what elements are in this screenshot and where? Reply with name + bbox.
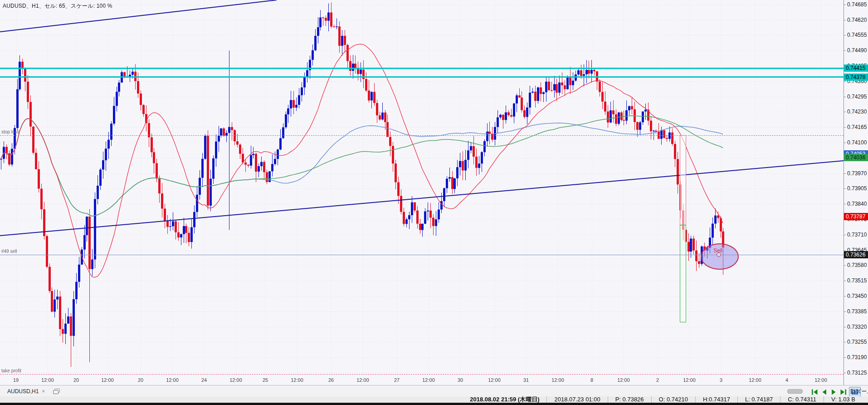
time-tick-label: 3: [720, 377, 722, 383]
price-tick-label: 0.73580: [847, 262, 867, 268]
time-tick-label: 12:00: [683, 377, 696, 383]
price-tick-mark: [844, 265, 846, 266]
time-tick-label: 8: [590, 377, 593, 383]
status-segment: 2018.07.23 01:00: [546, 396, 607, 403]
price-tick-label: 0.74490: [847, 47, 867, 54]
stop-loss-line[interactable]: [0, 135, 844, 136]
price-tick-mark: [844, 311, 846, 312]
time-tick-label: 12:00: [617, 377, 630, 383]
price-tick-label: 0.73840: [847, 201, 867, 207]
price-tick-mark: [844, 50, 846, 51]
auto-zoom-label: 自動ズーム: [850, 387, 868, 395]
tab-audusd-h1[interactable]: AUDUSD,H1 ×: [4, 385, 64, 397]
time-tick-label: 12:00: [166, 377, 179, 383]
price-tick-mark: [844, 204, 846, 204]
price-tick-mark: [844, 97, 846, 97]
price-tick-mark: [844, 5, 846, 5]
price-tick-mark: [844, 373, 846, 373]
time-tick-label: 12:00: [356, 377, 369, 383]
price-value-badge: 0.73787: [844, 213, 868, 220]
price-tick-mark: [844, 342, 846, 342]
price-axis[interactable]: 0.746850.746200.745550.744900.744250.743…: [844, 0, 868, 385]
time-tick-label: 31: [523, 377, 529, 383]
status-segment: H:0.74317: [695, 396, 737, 403]
price-value-badge: 0.74036: [844, 154, 868, 161]
time-tick-label: 12:00: [749, 377, 761, 383]
time-tick-label: 19: [13, 377, 19, 383]
price-tick-label: 0.73190: [847, 354, 867, 361]
time-axis[interactable]: 1912:002012:002012:002412:002512:002612:…: [0, 376, 868, 385]
time-tick-label: 27: [394, 377, 400, 383]
status-segment: L: 0.74187: [737, 396, 780, 403]
time-tick-label: 12:00: [229, 377, 242, 383]
time-tick-label: 12:00: [488, 377, 501, 383]
status-segment: C: 0.74311: [780, 396, 824, 403]
time-tick-label: 12:00: [422, 377, 435, 383]
sell-entry-marker: [717, 252, 721, 257]
price-tick-mark: [844, 81, 846, 82]
go-first-button[interactable]: [811, 388, 819, 396]
time-tick-label: 12:00: [814, 377, 827, 383]
price-tick-mark: [844, 20, 846, 20]
price-tick-mark: [844, 127, 846, 128]
price-tick-mark: [844, 35, 846, 35]
time-tick-label: 20: [73, 377, 79, 383]
status-segment: V: 1.03 B: [824, 396, 863, 403]
price-tick-label: 0.74685: [847, 1, 867, 8]
risk-range-box[interactable]: [680, 135, 686, 226]
resistance-line-lower[interactable]: [0, 76, 844, 78]
status-segment: P: 0.73826: [608, 396, 651, 403]
time-tick-label: 12:00: [551, 377, 564, 383]
price-tick-label: 0.73255: [847, 339, 867, 345]
resistance-line-upper[interactable]: [0, 68, 844, 69]
tab-label: AUDUSD,H1: [7, 388, 39, 395]
new-chart-window-icon[interactable]: [53, 388, 60, 395]
time-tick-label: 26: [328, 377, 334, 383]
go-last-button[interactable]: [839, 388, 847, 396]
price-value-badge: 0.74415: [844, 64, 868, 72]
trading-app-window: AUDUSD、H1、セル: 65、スケール: 100 % stop loss #…: [0, 0, 868, 405]
profit-range-box[interactable]: [680, 225, 686, 322]
time-tick-label: 24: [201, 377, 207, 383]
price-tick-label: 0.73450: [847, 293, 867, 299]
price-tick-mark: [844, 281, 846, 281]
step-back-button[interactable]: [820, 388, 828, 396]
time-tick-label: 20: [138, 377, 143, 383]
status-segment: O: 0.74210: [651, 396, 695, 403]
price-tick-mark: [844, 112, 846, 112]
price-tick-label: 0.73905: [847, 185, 867, 192]
price-tick-label: 0.73385: [847, 308, 867, 315]
status-segment: 2018.08.02 21:59 (木曜日): [463, 396, 546, 403]
price-tick-label: 0.74165: [847, 124, 867, 130]
price-tick-mark: [844, 143, 846, 143]
price-tick-label: 0.73320: [847, 324, 867, 330]
time-tick-label: 12:00: [101, 377, 114, 383]
price-tick-mark: [844, 296, 846, 296]
time-tick-label: 12:00: [41, 377, 54, 383]
price-tick-label: 0.73125: [847, 370, 867, 376]
horizontal-scrollbar-thumb[interactable]: [787, 389, 803, 394]
price-value-badge: 0.73626: [844, 251, 868, 258]
price-tick-label: 0.73515: [847, 277, 867, 284]
take-profit-label: take profit: [1, 368, 21, 373]
take-profit-line[interactable]: [0, 374, 844, 375]
chart-title: AUDUSD、H1、セル: 65、スケール: 100 %: [3, 2, 112, 10]
time-tick-label: 12:00: [291, 377, 303, 383]
price-tick-label: 0.74295: [847, 94, 867, 100]
tab-close-icon[interactable]: ×: [42, 388, 45, 395]
price-tick-mark: [844, 327, 846, 327]
price-tick-label: 0.74100: [847, 139, 867, 146]
window-bottom-border: [0, 403, 868, 405]
price-tick-mark: [844, 235, 846, 235]
price-tick-label: 0.74555: [847, 32, 867, 38]
chart-tab-bar: AUDUSD,H1 ×: [0, 385, 868, 397]
price-tick-label: 0.73710: [847, 232, 867, 238]
price-tick-mark: [844, 173, 846, 174]
time-tick-label: 30: [458, 377, 463, 383]
price-value-badge: 0.74378: [844, 74, 868, 81]
price-tick-mark: [844, 188, 846, 189]
time-tick-label: 4: [785, 377, 788, 383]
price-chart-canvas[interactable]: [0, 0, 844, 376]
step-forward-button[interactable]: [830, 388, 838, 396]
price-tick-label: 0.74620: [847, 17, 867, 23]
